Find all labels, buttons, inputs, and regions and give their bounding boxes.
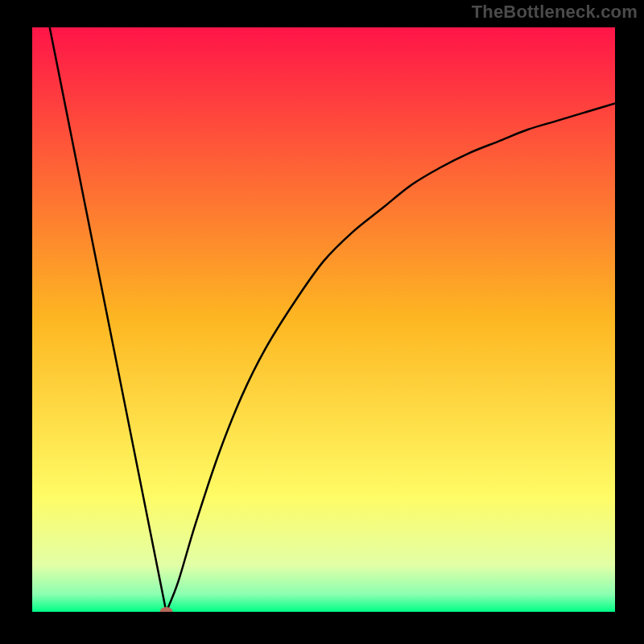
plot-area [32, 27, 615, 612]
plot-background [32, 27, 615, 612]
plot-svg [32, 27, 615, 612]
attribution-label: TheBottleneck.com [472, 2, 638, 23]
chart-frame: TheBottleneck.com [0, 0, 644, 644]
